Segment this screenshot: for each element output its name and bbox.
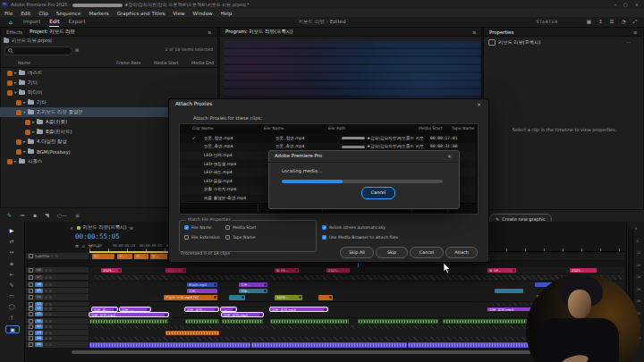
chevron-right-icon[interactable]: ▸ bbox=[30, 120, 37, 124]
track-badge[interactable]: A2 bbox=[35, 324, 43, 329]
track-toggle-icon[interactable] bbox=[49, 343, 52, 346]
timeline-clip[interactable]: Black.mp4 bbox=[187, 282, 217, 288]
track-toggle-icon[interactable] bbox=[49, 296, 52, 299]
timeline-header-icon[interactable]: ⌂ bbox=[82, 244, 85, 248]
track-badge[interactable]: V4 bbox=[35, 295, 43, 299]
timeline-clip[interactable]: 이... bbox=[117, 254, 132, 260]
checkbox-file-name[interactable]: ✓ bbox=[184, 225, 189, 230]
timeline-clip[interactable]: 인풋_측면.mp4 bbox=[270, 307, 327, 312]
menu-edit[interactable]: Edit bbox=[21, 11, 30, 16]
track-toggle-icon[interactable] bbox=[49, 269, 52, 272]
timeline-clip[interactable]: 등 SE... bbox=[275, 268, 299, 274]
timeline-clip[interactable] bbox=[165, 331, 219, 336]
menu-window[interactable]: Window bbox=[193, 11, 213, 16]
track-toggle-icon[interactable] bbox=[45, 290, 47, 292]
header-tab-import[interactable]: Import bbox=[23, 17, 40, 27]
menu-view[interactable]: View bbox=[173, 11, 184, 16]
chevron-right-icon[interactable]: ▸ bbox=[21, 149, 28, 154]
header-tab-export[interactable]: Export bbox=[68, 17, 85, 27]
track-toggle-icon[interactable] bbox=[45, 320, 47, 323]
track-toggle-icon[interactable] bbox=[45, 343, 47, 346]
box-icon[interactable]: ▪ bbox=[33, 212, 37, 218]
lock-icon[interactable] bbox=[29, 342, 33, 347]
track-badge[interactable]: A4 bbox=[35, 336, 43, 341]
slip-tool[interactable]: ⇤ bbox=[5, 271, 18, 277]
tab-project[interactable]: Project: 키보드 리뷰 bbox=[30, 29, 75, 35]
timeline-clip[interactable]: 인... bbox=[150, 254, 167, 260]
properties-panel-title[interactable]: Properties bbox=[489, 29, 513, 35]
lock-icon[interactable] bbox=[29, 307, 33, 311]
header-tab-edit[interactable]: Edit bbox=[49, 17, 59, 27]
more-options-icon[interactable]: ⋯ bbox=[626, 39, 631, 45]
track-toggle-icon[interactable] bbox=[49, 325, 52, 328]
timeline-panel-menu-icon[interactable]: ≡ bbox=[130, 225, 134, 231]
track-toggle-icon[interactable] bbox=[49, 290, 52, 292]
minimize-button[interactable]: – bbox=[614, 0, 617, 9]
track-header-v7[interactable]: V7 bbox=[26, 274, 89, 281]
opacity-slider[interactable]: ○— bbox=[57, 212, 67, 218]
checkbox-file-extension[interactable] bbox=[184, 235, 189, 240]
chevron-down-icon[interactable]: ▾ bbox=[13, 90, 19, 95]
track-toggle-icon[interactable] bbox=[49, 337, 52, 340]
chevron-right-icon[interactable]: ▸ bbox=[21, 139, 28, 144]
checkbox-relink-others-automatically[interactable]: ✓ bbox=[322, 225, 326, 230]
track-header-v4[interactable]: V4 bbox=[26, 294, 89, 301]
chevron-right-icon[interactable]: ▸ bbox=[13, 80, 19, 85]
menu-graphics-and-titles[interactable]: Graphics and Titles bbox=[117, 11, 165, 16]
track-toggle-icon[interactable] bbox=[51, 255, 54, 257]
view-grid-icon[interactable]: ⊞ bbox=[75, 47, 79, 53]
timeline-clip[interactable] bbox=[251, 342, 407, 349]
captions-tool[interactable]: ▣ bbox=[5, 325, 20, 333]
timeline-clip[interactable]: 인풋_측.. bbox=[92, 307, 117, 312]
menu-sequence[interactable]: Sequence bbox=[56, 11, 81, 16]
chevron-down-icon[interactable]: ▾ bbox=[21, 110, 28, 114]
pen-tool[interactable]: ✎ bbox=[5, 282, 18, 288]
timeline-clip[interactable] bbox=[495, 289, 523, 294]
timeline-clip[interactable] bbox=[318, 295, 333, 301]
loading-cancel-button[interactable]: Cancel bbox=[361, 187, 395, 199]
track-toggle-icon[interactable] bbox=[45, 283, 47, 286]
chevron-right-icon[interactable]: ▸ bbox=[13, 159, 19, 164]
timeline-clip[interactable]: 2025... bbox=[326, 268, 350, 274]
timeline-clip[interactable]: 예둥... bbox=[239, 289, 267, 294]
tree-item[interactable]: ▾미디어 bbox=[0, 88, 217, 97]
track-badge[interactable]: A3 bbox=[35, 331, 43, 335]
search-input[interactable] bbox=[4, 46, 72, 55]
timeline-clip[interactable] bbox=[270, 319, 349, 324]
track-toggle-icon[interactable] bbox=[45, 313, 47, 316]
track-toggle-icon[interactable] bbox=[49, 320, 52, 323]
lock-icon[interactable] bbox=[29, 289, 33, 293]
skip-all-button[interactable]: Skip All bbox=[340, 247, 374, 258]
track-toggle-icon[interactable] bbox=[45, 269, 47, 272]
track-toggle-icon[interactable] bbox=[49, 276, 52, 279]
type-tool[interactable]: T bbox=[5, 315, 18, 321]
snap-icon[interactable]: ◥ bbox=[45, 212, 49, 218]
column-header-media-start[interactable]: Media Start bbox=[154, 61, 179, 65]
timeline-clip[interactable] bbox=[229, 295, 245, 301]
lock-icon[interactable] bbox=[29, 282, 33, 287]
attach-button[interactable]: Attach bbox=[445, 247, 478, 258]
timeline-clip[interactable]: 이... bbox=[134, 254, 148, 260]
quick-export-icon[interactable]: ↥ bbox=[598, 17, 603, 27]
track-badge[interactable]: V8 bbox=[35, 268, 43, 273]
chevron-right-icon[interactable]: ▸ bbox=[21, 100, 28, 105]
loading-dialog-close-icon[interactable]: × bbox=[447, 153, 452, 159]
properties-panel-menu-icon[interactable]: ≡ bbox=[633, 29, 638, 35]
track-header-v6[interactable]: V6 bbox=[26, 282, 89, 288]
lock-icon[interactable] bbox=[29, 319, 33, 324]
timeline-clip[interactable] bbox=[89, 342, 250, 349]
timeline-clip[interactable]: 인풋... bbox=[187, 289, 217, 294]
timeline-clip[interactable]: 인풋_측면... bbox=[185, 307, 218, 312]
timeline-tab[interactable]: × 키보드 리뷰(프록시) ≡ bbox=[70, 224, 133, 231]
track-toggle-icon[interactable] bbox=[45, 332, 47, 334]
timeline-clip[interactable] bbox=[185, 319, 219, 324]
track-toggle-icon[interactable] bbox=[49, 313, 52, 316]
timeline-clip[interactable]: 키보드 타건.mp4 [V] bbox=[164, 295, 217, 301]
selection-tool[interactable]: ▶ bbox=[5, 227, 18, 233]
track-header-a5[interactable]: A5 bbox=[26, 341, 89, 349]
lock-icon[interactable] bbox=[29, 331, 33, 335]
pencil-icon[interactable]: ✎ bbox=[7, 212, 12, 218]
ripple-edit-tool[interactable]: ↔ bbox=[5, 248, 18, 255]
lock-icon[interactable] bbox=[29, 275, 33, 280]
tree-item[interactable]: ▸네스트 bbox=[0, 68, 217, 78]
